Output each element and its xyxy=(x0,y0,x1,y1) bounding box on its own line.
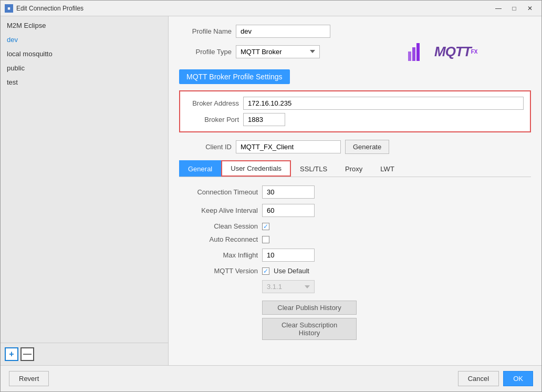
use-default-label: Use Default xyxy=(274,267,309,275)
mqtt-text: MQTT xyxy=(434,44,471,60)
profile-list: M2M Eclipse dev local mosquitto public t… xyxy=(1,16,168,343)
tab-ssl-tls[interactable]: SSL/TLS xyxy=(291,160,336,177)
mqtt-logo-svg xyxy=(408,42,434,61)
tab-lwt[interactable]: LWT xyxy=(371,160,403,177)
clean-session-checkbox[interactable]: ✓ xyxy=(262,223,269,230)
settings-grid: Connection Timeout Keep Alive Interval C… xyxy=(179,185,531,340)
tab-proxy[interactable]: Proxy xyxy=(336,160,371,177)
auto-reconnect-label: Auto Reconnect xyxy=(179,235,258,243)
window-title: Edit Connection Profiles xyxy=(16,5,491,12)
mqtt-suffix: FX xyxy=(471,49,478,55)
window-icon: ■ xyxy=(5,4,13,13)
use-default-checkbox[interactable]: ✓ xyxy=(262,267,269,275)
ok-button[interactable]: OK xyxy=(503,371,533,386)
version-select-row: 3.1.1 xyxy=(179,280,531,293)
clean-session-row: Clean Session ✓ xyxy=(179,222,531,230)
clear-publish-history-button[interactable]: Clear Publish History xyxy=(262,301,357,315)
profile-type-row: Profile Type MQTT Broker MQTT FX xyxy=(179,42,531,61)
revert-button[interactable]: Revert xyxy=(9,371,49,386)
broker-port-input[interactable] xyxy=(243,113,285,126)
svg-rect-2 xyxy=(416,43,420,61)
profile-name-input[interactable] xyxy=(236,25,330,38)
profile-type-label: Profile Type xyxy=(179,48,232,56)
history-buttons: Clear Publish History Clear Subscription… xyxy=(262,301,357,340)
svg-rect-1 xyxy=(412,47,415,61)
broker-port-row: Broker Port xyxy=(186,113,524,126)
remove-profile-button[interactable]: — xyxy=(20,347,34,361)
keep-alive-label: Keep Alive Interval xyxy=(179,207,258,214)
sidebar-item-test[interactable]: test xyxy=(1,75,168,89)
profile-name-label: Profile Name xyxy=(179,27,232,35)
profile-name-row: Profile Name xyxy=(179,25,531,38)
keep-alive-row: Keep Alive Interval xyxy=(179,204,531,217)
minimize-button[interactable]: — xyxy=(491,3,506,14)
mqtt-logo: MQTT FX xyxy=(408,42,477,61)
client-id-label: Client ID xyxy=(179,143,232,151)
profile-type-select[interactable]: MQTT Broker xyxy=(236,45,320,58)
section-header: MQTT Broker Profile Settings xyxy=(179,69,290,84)
broker-port-label: Broker Port xyxy=(186,116,239,123)
broker-address-row: Broker Address xyxy=(186,97,524,110)
mqtt-version-select: 3.1.1 xyxy=(262,280,315,293)
tab-user-credentials[interactable]: User Credentials xyxy=(221,160,291,177)
broker-address-label: Broker Address xyxy=(186,99,239,107)
content-area: M2M Eclipse dev local mosquitto public t… xyxy=(1,16,541,365)
main-window: ■ Edit Connection Profiles — □ ✕ M2M Ecl… xyxy=(0,0,542,392)
connection-timeout-input[interactable] xyxy=(262,185,315,199)
auto-reconnect-checkbox[interactable] xyxy=(262,236,269,243)
broker-address-input[interactable] xyxy=(243,97,524,110)
clean-session-label: Clean Session xyxy=(179,222,258,230)
connection-timeout-label: Connection Timeout xyxy=(179,188,258,196)
sidebar-item-public[interactable]: public xyxy=(1,61,168,75)
add-profile-button[interactable]: + xyxy=(5,347,18,361)
close-button[interactable]: ✕ xyxy=(523,3,537,14)
title-bar: ■ Edit Connection Profiles — □ ✕ xyxy=(1,1,541,16)
sidebar: M2M Eclipse dev local mosquitto public t… xyxy=(1,16,169,365)
sidebar-item-local-mosquitto[interactable]: local mosquitto xyxy=(1,47,168,61)
mqtt-version-controls: ✓ Use Default xyxy=(262,267,309,275)
max-inflight-label: Max Inflight xyxy=(179,251,258,259)
sidebar-item-m2m-eclipse[interactable]: M2M Eclipse xyxy=(1,18,168,33)
title-bar-buttons: — □ ✕ xyxy=(491,3,537,14)
maximize-button[interactable]: □ xyxy=(507,3,522,14)
mqtt-version-label: MQTT Version xyxy=(179,267,258,275)
tab-general[interactable]: General xyxy=(179,160,221,177)
cancel-button[interactable]: Cancel xyxy=(458,371,499,386)
max-inflight-row: Max Inflight xyxy=(179,249,531,262)
sidebar-footer: + — xyxy=(1,343,168,365)
client-id-input[interactable] xyxy=(236,140,341,153)
bottom-right-buttons: Cancel OK xyxy=(458,371,533,386)
main-panel: Profile Name Profile Type MQTT Broker xyxy=(169,16,541,365)
clear-subscription-history-button[interactable]: Clear Subscription History xyxy=(262,318,357,340)
keep-alive-input[interactable] xyxy=(262,204,315,217)
max-inflight-input[interactable] xyxy=(262,249,315,262)
history-buttons-row: Clear Publish History Clear Subscription… xyxy=(179,298,531,340)
broker-settings-box: Broker Address Broker Port xyxy=(179,90,531,132)
connection-timeout-row: Connection Timeout xyxy=(179,185,531,199)
client-id-row: Client ID Generate xyxy=(179,140,531,154)
generate-button[interactable]: Generate xyxy=(345,140,389,154)
mqtt-version-row: MQTT Version ✓ Use Default xyxy=(179,267,531,275)
auto-reconnect-row: Auto Reconnect xyxy=(179,235,531,243)
svg-rect-0 xyxy=(408,51,411,61)
bottom-bar: Revert Cancel OK xyxy=(1,365,541,391)
sidebar-item-dev[interactable]: dev xyxy=(1,33,168,47)
tabs-row: General User Credentials SSL/TLS Proxy L… xyxy=(179,160,531,177)
